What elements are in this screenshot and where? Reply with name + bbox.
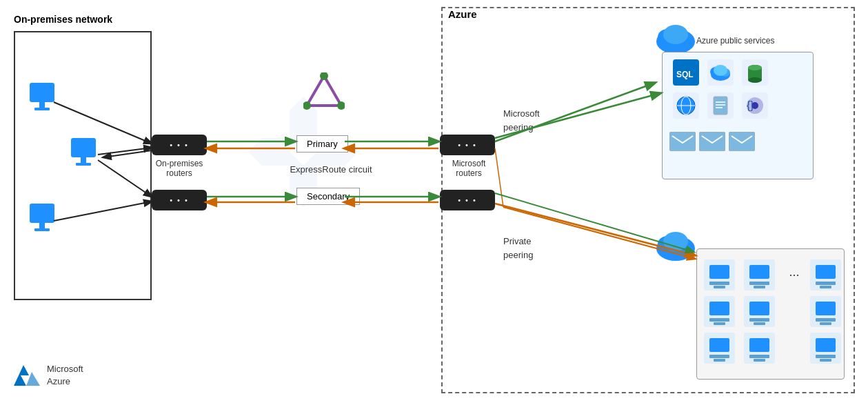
svg-rect-6 [30, 204, 54, 223]
svg-rect-7 [39, 223, 45, 228]
svg-text:{}: {} [747, 99, 754, 111]
private-peering-label: Privatepeering [503, 235, 533, 262]
azure-public-cloud-icon [655, 21, 696, 56]
cloud-service-icon-1 [707, 59, 734, 88]
vm-icon-6 [810, 296, 841, 327]
svg-rect-60 [754, 286, 765, 288]
svg-rect-84 [754, 359, 765, 362]
svg-rect-86 [816, 338, 836, 352]
svg-rect-76 [820, 322, 831, 325]
svg-marker-13 [307, 76, 341, 106]
svg-rect-64 [820, 286, 831, 288]
svg-rect-62 [816, 265, 836, 279]
azure-logo-line1: Microsoft [47, 363, 83, 375]
vm-icon-4 [704, 296, 735, 327]
ellipsis-dots: ··· [784, 259, 805, 291]
computer-icon-bottom [28, 204, 57, 237]
email-icons-row [669, 132, 755, 151]
vm-icon-2 [744, 259, 775, 291]
svg-rect-8 [34, 228, 50, 231]
svg-rect-55 [709, 282, 729, 285]
svg-rect-47 [699, 132, 725, 151]
vm-icon-9 [810, 333, 841, 364]
sql-icon: SQL [673, 59, 699, 88]
svg-rect-2 [34, 108, 50, 110]
svg-rect-56 [714, 286, 725, 288]
svg-rect-75 [816, 318, 836, 322]
azure-logo-line2: Azure [47, 375, 83, 388]
ms-azure-logo: Microsoft Azure [14, 362, 83, 389]
svg-rect-82 [749, 338, 769, 352]
secondary-label: Secondary [307, 191, 350, 202]
svg-rect-59 [749, 282, 769, 285]
secondary-label-box: Secondary [296, 188, 360, 205]
diagram-container: On-premises network Azure • • • • • • [0, 0, 868, 403]
svg-marker-108 [14, 365, 29, 386]
svg-point-27 [714, 65, 727, 76]
vm-grid: ··· [704, 259, 845, 364]
svg-point-20 [663, 25, 688, 44]
expressroute-circuit-label: ExpressRoute circuit [276, 164, 386, 175]
svg-rect-67 [709, 318, 729, 322]
onprem-network-title: On-premises network [14, 14, 112, 25]
gear-service-icon: {} [742, 92, 768, 121]
computer-icon-middle [69, 138, 98, 171]
ms-routers-label: Microsoftrouters [438, 159, 500, 178]
svg-rect-70 [749, 302, 769, 315]
db-service-icon [742, 59, 768, 88]
svg-rect-74 [816, 302, 836, 315]
vm-icon-8 [744, 333, 775, 364]
svg-rect-66 [709, 302, 729, 315]
svg-rect-1 [39, 102, 45, 108]
ms-router-top: • • • [440, 135, 495, 155]
svg-rect-63 [816, 282, 836, 285]
azure-public-services-label: Azure public services [696, 36, 774, 46]
primary-label-box: Primary [296, 135, 348, 153]
svg-rect-87 [816, 355, 836, 358]
svg-rect-80 [714, 359, 725, 362]
svg-rect-78 [709, 338, 729, 352]
ms-router-bottom: • • • [440, 190, 495, 210]
vm-icon-5 [744, 296, 775, 327]
svg-point-45 [748, 65, 762, 70]
svg-marker-109 [26, 372, 40, 386]
svg-rect-33 [714, 97, 727, 115]
onprem-router-bottom: • • • [152, 190, 207, 210]
vm-icon-3 [810, 259, 841, 291]
svg-rect-88 [820, 359, 831, 362]
svg-point-52 [663, 232, 688, 251]
azure-logo-svg [14, 362, 41, 389]
svg-rect-4 [81, 157, 86, 163]
private-cloud-icon [655, 228, 696, 263]
vm-icon-7 [704, 333, 735, 364]
svg-rect-0 [30, 83, 54, 102]
svg-rect-46 [669, 132, 696, 151]
svg-rect-54 [709, 265, 729, 279]
svg-rect-68 [714, 322, 725, 325]
vm-instances-box: ··· [696, 248, 845, 380]
svg-rect-79 [709, 355, 729, 358]
svg-text:SQL: SQL [676, 70, 694, 79]
svg-rect-48 [729, 132, 755, 151]
azure-logo-text: Microsoft Azure [47, 363, 83, 388]
azure-services-box: SQL [662, 52, 814, 179]
svg-rect-3 [71, 138, 96, 157]
onprem-router-top: • • • [152, 135, 207, 155]
onprem-routers-label: On-premisesrouters [148, 159, 210, 178]
svg-rect-58 [749, 265, 769, 279]
svg-rect-72 [754, 322, 765, 325]
document-service-icon [707, 92, 734, 121]
azure-title: Azure [448, 8, 477, 20]
svg-rect-83 [749, 355, 769, 358]
ms-peering-label: Microsoftpeering [503, 107, 540, 134]
computer-icon-top [28, 83, 57, 116]
primary-label: Primary [307, 139, 338, 149]
svg-rect-71 [749, 318, 769, 322]
expressroute-triangle-icon [303, 72, 345, 112]
vm-icon-1 [704, 259, 735, 291]
globe-service-icon [673, 92, 699, 121]
svg-rect-5 [76, 163, 91, 166]
svg-point-44 [748, 77, 762, 83]
